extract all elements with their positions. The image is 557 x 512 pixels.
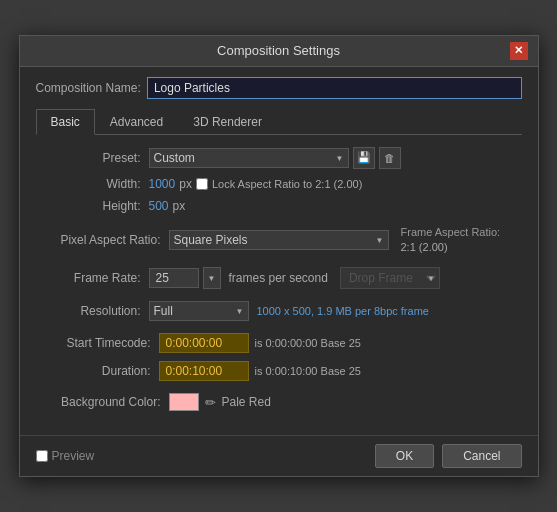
framerate-dropdown-btn[interactable]: ▼	[203, 267, 221, 289]
width-value[interactable]: 1000	[149, 177, 176, 191]
dialog-title: Composition Settings	[48, 43, 510, 58]
height-unit: px	[173, 199, 186, 213]
cancel-button[interactable]: Cancel	[442, 444, 521, 468]
lock-aspect-label: Lock Aspect Ratio to 2:1 (2.00)	[212, 178, 362, 190]
comp-name-row: Composition Name:	[36, 77, 522, 99]
bg-color-row: Background Color: ✏ Pale Red	[46, 393, 512, 411]
width-row: Width: 1000 px Lock Aspect Ratio to 2:1 …	[46, 177, 512, 191]
tab-advanced[interactable]: Advanced	[95, 109, 178, 134]
dialog-body: Composition Name: Basic Advanced 3D Rend…	[20, 67, 538, 430]
frame-aspect-label: Frame Aspect Ratio:	[401, 225, 501, 240]
resolution-select-wrapper: Full Half Third Quarter Custom...	[149, 301, 249, 321]
preview-label: Preview	[52, 449, 95, 463]
preset-delete-button[interactable]: 🗑	[379, 147, 401, 169]
title-bar: Composition Settings ✕	[20, 36, 538, 67]
framerate-controls: ▼ frames per second Drop Frame	[149, 267, 440, 289]
duration-label: Duration:	[46, 364, 151, 378]
composition-settings-dialog: Composition Settings ✕ Composition Name:…	[19, 35, 539, 478]
eyedropper-icon[interactable]: ✏	[205, 395, 216, 410]
basic-tab-content: Preset: Custom HDTV 1080 29.97 HDTV 1080…	[36, 147, 522, 412]
preview-checkbox[interactable]	[36, 450, 48, 462]
resolution-select[interactable]: Full Half Third Quarter Custom...	[149, 301, 249, 321]
drop-frame-wrapper: Drop Frame	[332, 267, 440, 289]
pixel-aspect-row: Pixel Aspect Ratio: Square Pixels D1/DV …	[46, 225, 512, 256]
height-row: Height: 500 px	[46, 199, 512, 213]
start-timecode-info: is 0:00:00:00 Base 25	[255, 337, 361, 349]
width-label: Width:	[46, 177, 141, 191]
duration-info: is 0:00:10:00 Base 25	[255, 365, 361, 377]
start-timecode-row: Start Timecode: is 0:00:00:00 Base 25	[46, 333, 512, 353]
bg-color-controls: ✏ Pale Red	[169, 393, 271, 411]
bg-color-swatch[interactable]	[169, 393, 199, 411]
framerate-row: Frame Rate: ▼ frames per second Drop Fra…	[46, 267, 512, 289]
preset-controls: Custom HDTV 1080 29.97 HDTV 1080 25 💾 🗑	[149, 147, 401, 169]
duration-row: Duration: is 0:00:10:00 Base 25	[46, 361, 512, 381]
bg-color-name: Pale Red	[222, 395, 271, 409]
duration-input[interactable]	[159, 361, 249, 381]
height-label: Height:	[46, 199, 141, 213]
pixel-aspect-select-wrapper: Square Pixels D1/DV NTSC (0.91) D1/DV PA…	[169, 230, 389, 250]
preset-row: Preset: Custom HDTV 1080 29.97 HDTV 1080…	[46, 147, 512, 169]
bg-color-label: Background Color:	[46, 395, 161, 409]
preset-select-wrapper: Custom HDTV 1080 29.97 HDTV 1080 25	[149, 148, 349, 168]
preset-select[interactable]: Custom HDTV 1080 29.97 HDTV 1080 25	[149, 148, 349, 168]
pixel-aspect-label: Pixel Aspect Ratio:	[46, 233, 161, 247]
preset-label: Preset:	[46, 151, 141, 165]
start-timecode-input[interactable]	[159, 333, 249, 353]
fps-label: frames per second	[229, 271, 328, 285]
start-timecode-label: Start Timecode:	[46, 336, 151, 350]
footer-buttons: OK Cancel	[375, 444, 522, 468]
pixel-aspect-select[interactable]: Square Pixels D1/DV NTSC (0.91) D1/DV PA…	[169, 230, 389, 250]
tab-3d-renderer[interactable]: 3D Renderer	[178, 109, 277, 134]
lock-aspect-row: Lock Aspect Ratio to 2:1 (2.00)	[196, 178, 362, 190]
ok-button[interactable]: OK	[375, 444, 434, 468]
preset-save-button[interactable]: 💾	[353, 147, 375, 169]
width-unit: px	[179, 177, 192, 191]
dialog-footer: Preview OK Cancel	[20, 435, 538, 476]
framerate-input[interactable]	[149, 268, 199, 288]
framerate-label: Frame Rate:	[46, 271, 141, 285]
height-value[interactable]: 500	[149, 199, 169, 213]
comp-name-label: Composition Name:	[36, 81, 141, 95]
resolution-info: 1000 x 500, 1.9 MB per 8bpc frame	[257, 305, 429, 317]
frame-aspect-info: Frame Aspect Ratio: 2:1 (2.00)	[401, 225, 501, 256]
comp-name-input[interactable]	[147, 77, 522, 99]
drop-frame-select[interactable]: Drop Frame	[340, 267, 440, 289]
preview-row: Preview	[36, 449, 95, 463]
tabs-bar: Basic Advanced 3D Renderer	[36, 109, 522, 135]
lock-aspect-checkbox[interactable]	[196, 178, 208, 190]
tab-basic[interactable]: Basic	[36, 109, 95, 135]
close-button[interactable]: ✕	[510, 42, 528, 60]
resolution-label: Resolution:	[46, 304, 141, 318]
frame-aspect-value: 2:1 (2.00)	[401, 240, 501, 255]
resolution-row: Resolution: Full Half Third Quarter Cust…	[46, 301, 512, 321]
